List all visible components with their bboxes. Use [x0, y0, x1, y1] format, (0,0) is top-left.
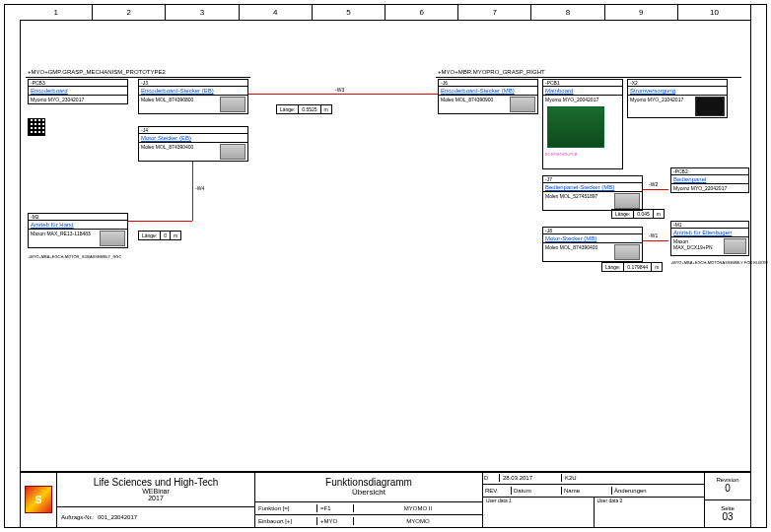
len-val: 0.5525: [299, 105, 320, 113]
ruler-cell: 3: [166, 4, 239, 20]
block-tag: -J3: [139, 80, 247, 87]
len-unit: m: [171, 232, 180, 239]
block-j7: -J7 Bedienpanel-Stecker (MB) Molex MOL_5…: [542, 175, 643, 211]
block-title: Stromversorgung: [628, 87, 727, 96]
block-spec: Myomo MYO_23042017: [31, 97, 84, 102]
ruler-cell: 1: [20, 4, 93, 20]
solidworks-logo-icon: S: [25, 486, 52, 513]
block-spec: Molex MOL_874390800: [141, 97, 193, 112]
block-spec: Maxon MAX_RE13-118483: [31, 231, 91, 246]
schematic-sheet: 1 2 3 4 5 6 7 8 9 10 +MYO+GMP.GRASP_MECH…: [0, 0, 771, 532]
block-j8: -J8 Motor-Stecker (MB) Molex MOL_8743904…: [542, 227, 643, 262]
block-spec: Myomo MYO_21042017: [630, 97, 683, 116]
wire-label: -W2: [649, 181, 658, 187]
block-title: Bedienpanel-Stecker (MB): [543, 183, 642, 192]
wire-label: -W3: [335, 87, 344, 93]
ruler-cell: 6: [386, 4, 458, 20]
qr-icon: [28, 118, 45, 136]
einbauort-code: +MYO: [317, 517, 354, 525]
block-tag: -M2: [29, 214, 127, 221]
motor-icon: [100, 231, 125, 246]
len-unit: m: [321, 105, 331, 113]
ruler-top: 1 2 3 4 5 6 7 8 9 10: [20, 4, 751, 21]
wire-w1: [643, 240, 668, 241]
block-title: Motor-Stecker (MB): [543, 234, 642, 243]
wire-w4-v: [192, 162, 193, 221]
rev-label: REV.: [483, 487, 512, 495]
block-tag: -X2: [628, 80, 727, 87]
userdata1: User data 1: [483, 497, 595, 528]
userdata2: User data 2: [595, 497, 705, 528]
motorassy-label: +MYO+MBA+EGCH-MOTORASSEMBLY FOR ELBOW: [670, 260, 747, 265]
len-lbl: Länge:: [139, 232, 161, 239]
group-label-left: +MYO+GMP.GRASP_MECHANISM_PROTOTYPE2: [28, 69, 166, 75]
wire-w3: [248, 94, 438, 95]
block-title: Encoderboard: [29, 87, 127, 96]
length-box-w4: Länge:0m: [138, 231, 181, 240]
block-tag: -J7: [543, 176, 642, 183]
name-label: Name: [562, 487, 612, 495]
wire-w2: [643, 189, 668, 190]
seite-value: 03: [722, 511, 733, 522]
einbauort-label: Einbauort [+]: [255, 517, 317, 525]
wire-label: -W1: [649, 233, 658, 238]
block-spec: Molex MOL_527451897: [545, 193, 597, 209]
length-box-w2: Länge:0.045m: [611, 209, 665, 219]
block-title: Mainboard: [543, 87, 622, 96]
block-tag: -J4: [139, 127, 247, 134]
block-j4: -J4 Motor Stecker (EB) Molex MOL_8743904…: [138, 126, 248, 162]
block-m2: -M2 Antrieb für Hand Maxon MAX_RE13-1184…: [28, 213, 128, 248]
block-spec: Maxon MAX_DCX19+PN: [673, 238, 722, 254]
block-tag: -J6: [439, 80, 537, 87]
connector-icon: [220, 97, 245, 112]
datum-label: Datum: [512, 487, 562, 495]
company-sub2: 2017: [148, 495, 164, 501]
block-pcb3: -PCB3 Encoderboard Myomo MYO_23042017: [28, 79, 128, 104]
len-unit: m: [652, 263, 662, 271]
pcb-image-icon: [547, 106, 604, 148]
block-tag: -M1: [671, 222, 748, 229]
block-title: Antrieb für Hand: [29, 221, 127, 230]
block-title: Encoderboard-Stecker (EB): [139, 87, 247, 96]
funktion-name: MYOMO II: [354, 504, 482, 512]
block-tag: -PCB3: [29, 80, 127, 87]
block-x2: -X2 Stromversorgung Myomo MYO_21042017: [627, 79, 728, 118]
connector-icon: [614, 193, 640, 209]
ruler-cell: 4: [240, 4, 313, 20]
aend-label: Änderungen: [612, 487, 704, 495]
ruler-cell: 10: [678, 4, 751, 20]
block-spec: Myomo MYO_20042017: [545, 97, 620, 102]
revision-value: 0: [725, 483, 731, 494]
title-block: S Life Sciences und High-Tech WEBinar 20…: [20, 471, 751, 528]
len-val: 0.179844: [624, 263, 652, 271]
ruler-cell: 9: [605, 4, 678, 20]
pink-label: B2.ECHO6G-PCB: [545, 152, 620, 157]
len-lbl: Länge:: [602, 263, 624, 271]
doc-title: Funktionsdiagramm: [325, 477, 412, 488]
einbauort-name: MYOMO: [354, 517, 482, 525]
block-spec: Myomo MYO_22042017: [673, 185, 727, 191]
len-unit: m: [654, 210, 664, 218]
block-j3: -J3 Encoderboard-Stecker (EB) Molex MOL_…: [138, 79, 248, 114]
connector-icon: [614, 244, 640, 260]
block-m1: -M1 Antrieb für Ellenbogen Maxon MAX_DCX…: [670, 221, 749, 256]
auftrag-label: Auftrags-Nr.:: [61, 514, 95, 520]
block-pcb1: -PCB1 Mainboard Myomo MYO_20042017B2.ECH…: [542, 79, 623, 169]
date-value: 28.03.2017: [500, 474, 562, 482]
block-pcb2: -PCB2 Bedienpanel Myomo MYO_22042017: [670, 167, 749, 193]
block-spec: Molex MOL_874390900: [441, 97, 493, 112]
connector-icon: [220, 144, 245, 160]
screen-icon: [695, 97, 725, 116]
subassy-label: +MYO+MBA+EGCH-MOTOR_SUBASSEMBLY_RGC: [28, 254, 121, 259]
wire-w4-h: [128, 221, 192, 222]
ruler-cell: 5: [313, 4, 386, 20]
group-label-right: +MYO+MBR.MYOPRO_GRASP_RIGHT: [438, 69, 545, 75]
connector-icon: [510, 97, 535, 112]
length-box-w1: Länge:0.179844m: [601, 262, 663, 272]
drawing-canvas: +MYO+GMP.GRASP_MECHANISM_PROTOTYPE2 -PCB…: [20, 20, 751, 473]
date-d: D: [483, 474, 500, 482]
length-box-w3: Länge:0.5525m: [276, 104, 332, 114]
block-spec: Molex MOL_874390400: [141, 144, 193, 160]
ruler-cell: 8: [531, 4, 604, 20]
block-title: Motor Stecker (EB): [139, 134, 247, 143]
